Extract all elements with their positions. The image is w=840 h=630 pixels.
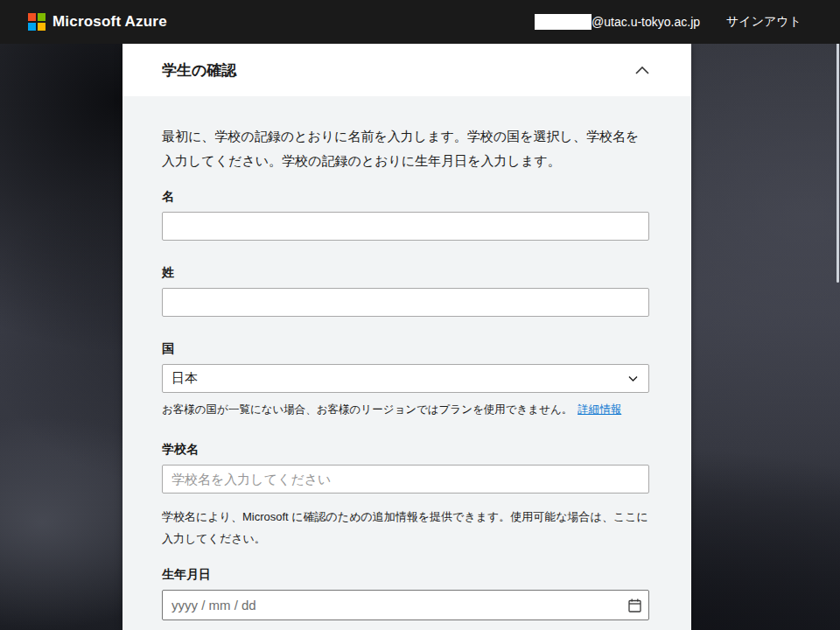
panel-body: 最初に、学校の記録のとおりに名前を入力します。学校の国を選択し、学校名を入力して…	[122, 96, 691, 630]
last-name-input[interactable]	[162, 288, 649, 317]
brand-title: Microsoft Azure	[52, 13, 167, 31]
panel-header: 学生の確認	[122, 44, 691, 96]
student-verification-panel: 学生の確認 最初に、学校の記録のとおりに名前を入力します。学校の国を選択し、学校…	[122, 44, 691, 630]
chevron-down-icon	[628, 375, 638, 382]
chevron-up-icon[interactable]	[635, 66, 649, 74]
last-name-label: 姓	[162, 263, 649, 281]
logo-square-red	[28, 13, 36, 21]
school-name-input[interactable]	[162, 465, 649, 494]
brand-azure: Azure	[121, 13, 167, 30]
country-select[interactable]: 日本	[162, 364, 649, 393]
country-selected-value: 日本	[172, 370, 198, 387]
sign-out-button[interactable]: サインアウト	[726, 14, 802, 30]
logo-square-blue	[28, 23, 36, 31]
scrollbar[interactable]	[836, 39, 839, 283]
school-name-hint: 学校名により、Microsoft に確認のための追加情報を提供できます。使用可能…	[162, 506, 649, 550]
birth-date-field: 生年月日	[162, 565, 649, 620]
redacted-username	[535, 14, 592, 30]
account-email-domain: @utac.u-tokyo.ac.jp	[592, 15, 700, 29]
brand-microsoft: Microsoft	[52, 13, 121, 30]
learn-more-link[interactable]: 詳細情報	[578, 403, 621, 416]
logo-square-yellow	[38, 23, 46, 31]
country-hint-text: お客様の国が一覧にない場合、お客様のリージョンではプランを使用できません。	[162, 403, 572, 416]
account-area: @utac.u-tokyo.ac.jp サインアウト	[535, 14, 802, 30]
school-name-field: 学校名 学校名により、Microsoft に確認のための追加情報を提供できます。…	[162, 440, 649, 550]
country-field: 国 日本 お客様の国が一覧にない場合、お客様のリージョンではプランを使用できませ…	[162, 340, 649, 417]
brand: Microsoft Azure	[28, 13, 167, 31]
country-label: 国	[162, 340, 649, 357]
first-name-input[interactable]	[162, 212, 649, 241]
panel-title: 学生の確認	[162, 60, 236, 80]
last-name-field: 姓	[162, 263, 649, 317]
birth-date-label: 生年月日	[162, 565, 649, 583]
first-name-label: 名	[162, 187, 649, 205]
school-name-label: 学校名	[162, 440, 649, 458]
calendar-icon[interactable]	[628, 598, 641, 612]
microsoft-logo-icon	[28, 13, 46, 31]
first-name-field: 名	[162, 187, 649, 241]
birth-date-input[interactable]	[162, 590, 649, 620]
birth-date-wrap	[162, 590, 649, 620]
intro-text: 最初に、学校の記録のとおりに名前を入力します。学校の国を選択し、学校名を入力して…	[162, 124, 649, 173]
country-hint: お客様の国が一覧にない場合、お客様のリージョンではプランを使用できません。詳細情…	[162, 402, 649, 417]
top-bar: Microsoft Azure @utac.u-tokyo.ac.jp サインア…	[0, 0, 840, 44]
logo-square-green	[38, 13, 46, 21]
